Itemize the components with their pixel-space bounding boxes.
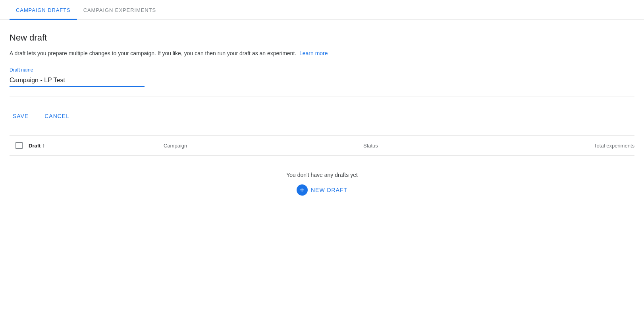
- learn-more-link[interactable]: Learn more: [299, 50, 328, 56]
- new-draft-button[interactable]: + NEW DRAFT: [297, 184, 347, 196]
- divider: [10, 97, 634, 97]
- tab-campaign-experiments[interactable]: CAMPAIGN EXPERIMENTS: [77, 0, 162, 20]
- description-text: A draft lets you prepare multiple change…: [10, 49, 634, 58]
- col-header-status[interactable]: Status: [363, 143, 563, 149]
- plus-circle-icon: +: [297, 184, 308, 196]
- col-header-campaign[interactable]: Campaign: [164, 143, 363, 149]
- save-button[interactable]: SAVE: [10, 110, 32, 122]
- form-actions: SAVE CANCEL: [10, 107, 634, 132]
- col-header-total-experiments[interactable]: Total experiments: [563, 143, 634, 149]
- new-draft-button-label: NEW DRAFT: [311, 187, 347, 193]
- draft-sort-icon: ↑: [42, 142, 45, 149]
- new-draft-title: New draft: [10, 33, 634, 43]
- draft-name-input[interactable]: [10, 75, 145, 87]
- table-header-row: Draft ↑ Campaign Status Total experiment…: [10, 136, 634, 156]
- drafts-table: Draft ↑ Campaign Status Total experiment…: [10, 135, 634, 208]
- tabs-bar: CAMPAIGN DRAFTS CAMPAIGN EXPERIMENTS: [0, 0, 644, 20]
- empty-state: You don't have any drafts yet + NEW DRAF…: [10, 156, 634, 208]
- main-content: New draft A draft lets you prepare multi…: [0, 20, 644, 208]
- col-header-draft[interactable]: Draft ↑: [29, 142, 164, 149]
- cancel-button[interactable]: CANCEL: [41, 110, 73, 122]
- tab-campaign-drafts[interactable]: CAMPAIGN DRAFTS: [10, 0, 77, 20]
- empty-state-text: You don't have any drafts yet: [286, 172, 358, 178]
- select-all-checkbox[interactable]: [15, 142, 23, 149]
- draft-name-label: Draft name: [10, 67, 634, 73]
- new-draft-form: New draft A draft lets you prepare multi…: [10, 33, 634, 87]
- select-all-checkbox-cell: [10, 142, 29, 149]
